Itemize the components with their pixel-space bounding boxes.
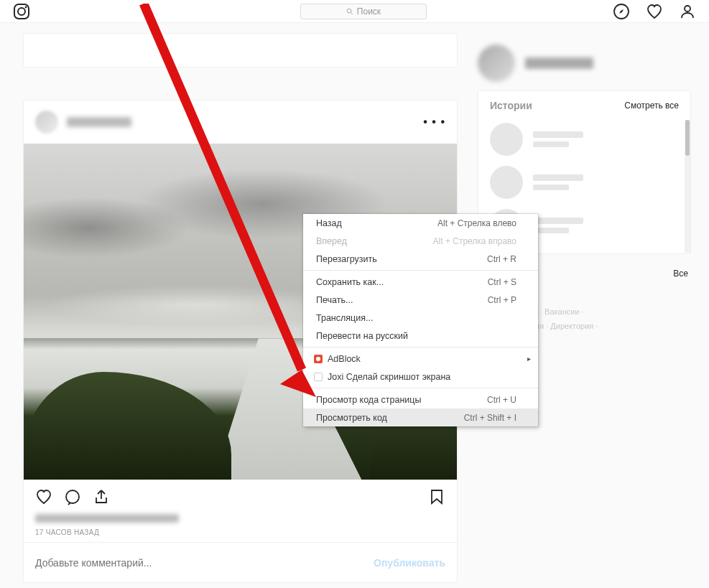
sidebar-profile[interactable] bbox=[478, 45, 691, 82]
publish-button[interactable]: Опубликовать bbox=[374, 557, 445, 569]
ctx-item-translate[interactable]: Перевести на русский bbox=[303, 327, 538, 345]
ctx-item-cast[interactable]: Трансляция... bbox=[303, 309, 538, 327]
ctx-item-forward: ВпередAlt + Стрелка вправо bbox=[303, 232, 538, 250]
ctx-item-inspect[interactable]: Просмотреть кодCtrl + Shift + I bbox=[303, 409, 538, 426]
post-caption bbox=[35, 514, 179, 523]
svg-point-7 bbox=[685, 6, 690, 11]
sidebar-username bbox=[525, 57, 593, 69]
heart-icon[interactable] bbox=[646, 3, 663, 20]
comment-icon[interactable] bbox=[64, 488, 81, 505]
instagram-logo[interactable] bbox=[13, 3, 30, 20]
search-input[interactable]: Поиск bbox=[300, 4, 427, 19]
ctx-item-print[interactable]: Печать...Ctrl + P bbox=[303, 291, 538, 309]
stories-title: Истории bbox=[490, 100, 532, 111]
search-icon bbox=[346, 8, 353, 15]
profile-icon[interactable] bbox=[679, 3, 696, 20]
top-navigation: Поиск bbox=[0, 0, 709, 23]
ctx-item-joxi[interactable]: Joxi Сделай скриншот экрана bbox=[303, 368, 538, 386]
submenu-arrow-icon: ▸ bbox=[527, 355, 531, 363]
context-menu: НазадAlt + Стрелка влево ВпередAlt + Стр… bbox=[303, 214, 538, 426]
ctx-item-save-as[interactable]: Сохранить как...Ctrl + S bbox=[303, 273, 538, 291]
stories-scrollbar-thumb[interactable] bbox=[685, 120, 690, 156]
post-avatar[interactable] bbox=[35, 111, 58, 134]
comment-input[interactable] bbox=[35, 557, 374, 569]
adblock-icon bbox=[313, 354, 323, 364]
search-placeholder: Поиск bbox=[357, 6, 381, 17]
joxi-icon bbox=[313, 372, 323, 382]
recommendations-all[interactable]: Все bbox=[673, 269, 688, 279]
explore-icon[interactable] bbox=[613, 3, 630, 20]
post-timestamp: 17 ЧАСОВ НАЗАД bbox=[35, 528, 445, 536]
ctx-item-adblock[interactable]: AdBlock▸ bbox=[303, 350, 538, 368]
svg-line-4 bbox=[351, 12, 353, 14]
svg-rect-0 bbox=[14, 4, 29, 19]
sidebar-avatar bbox=[478, 45, 515, 82]
post-header: • • • bbox=[24, 101, 457, 144]
share-icon[interactable] bbox=[93, 488, 110, 505]
ctx-item-view-source[interactable]: Просмотр кода страницыCtrl + U bbox=[303, 391, 538, 409]
save-icon[interactable] bbox=[428, 488, 445, 505]
svg-marker-6 bbox=[619, 9, 624, 14]
ctx-item-back[interactable]: НазадAlt + Стрелка влево bbox=[303, 214, 538, 232]
post-username[interactable] bbox=[67, 117, 131, 127]
story-item[interactable] bbox=[490, 123, 679, 156]
svg-point-3 bbox=[347, 9, 351, 13]
previous-post-stub bbox=[23, 33, 458, 67]
stories-see-all[interactable]: Смотреть все bbox=[624, 101, 679, 111]
post-caption-area: 17 ЧАСОВ НАЗАД bbox=[24, 514, 457, 542]
post-actions bbox=[24, 480, 457, 514]
svg-point-2 bbox=[25, 6, 27, 8]
comment-row: Опубликовать bbox=[24, 542, 457, 582]
like-icon[interactable] bbox=[35, 488, 52, 505]
svg-point-1 bbox=[18, 8, 25, 15]
story-item[interactable] bbox=[490, 166, 679, 199]
nav-icons bbox=[613, 3, 696, 20]
post-menu-button[interactable]: • • • bbox=[423, 116, 445, 129]
ctx-item-reload[interactable]: ПерезагрузитьCtrl + R bbox=[303, 250, 538, 268]
